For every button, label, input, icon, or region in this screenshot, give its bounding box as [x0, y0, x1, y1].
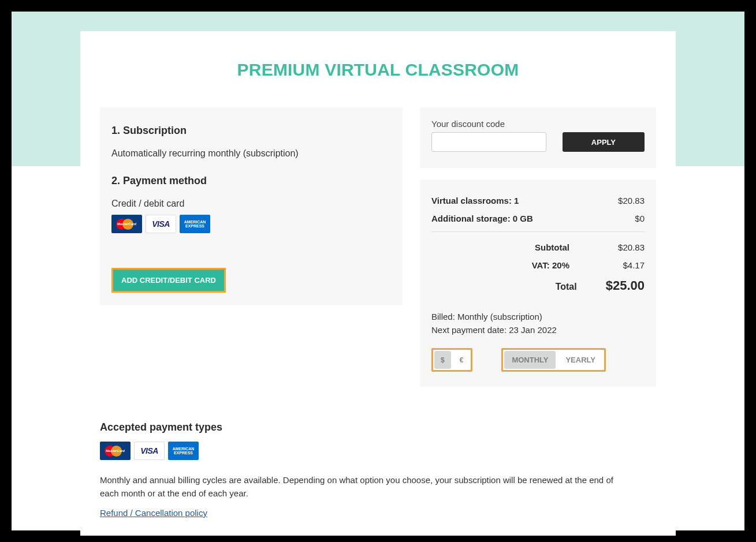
- right-column: Your discount code APPLY Virtual classro…: [420, 107, 656, 387]
- currency-toggle-highlight: $ €: [431, 348, 472, 372]
- storage-price: $0: [635, 214, 645, 223]
- toggle-row: $ € MONTHLY YEARLY: [431, 348, 645, 372]
- footer-section: Accepted payment types MasterCard VISA A…: [100, 421, 656, 518]
- vat-label: VAT: 20%: [532, 260, 569, 270]
- discount-code-input[interactable]: [431, 132, 546, 152]
- cycle-yearly-button[interactable]: YEARLY: [558, 351, 603, 369]
- add-credit-card-button[interactable]: ADD CREDIT/DEBIT CARD: [113, 270, 224, 291]
- vat-line: VAT: 20% $4.17: [431, 260, 645, 270]
- line-classrooms: Virtual classrooms: 1 $20.83: [431, 196, 645, 205]
- visa-icon: VISA: [146, 215, 176, 233]
- billing-cycle-toggle-highlight: MONTHLY YEARLY: [501, 348, 606, 372]
- card-logos: MasterCard VISA AMERICANEXPRESS: [111, 215, 391, 233]
- amex-icon: AMERICANEXPRESS: [168, 442, 199, 460]
- billed-text: Billed: Monthly (subscription): [431, 311, 645, 324]
- total-line: Total $25.00: [431, 278, 645, 293]
- line-storage: Additional storage: 0 GB $0: [431, 214, 645, 223]
- amex-icon: AMERICANEXPRESS: [180, 215, 210, 233]
- payment-method-label: Credit / debit card: [111, 199, 391, 209]
- classrooms-label: Virtual classrooms: 1: [431, 196, 519, 205]
- next-payment-text: Next payment date: 23 Jan 2022: [431, 324, 645, 337]
- subscription-description: Automatically recurring monthly (subscri…: [111, 148, 391, 159]
- mastercard-icon: MasterCard: [100, 442, 131, 460]
- refund-policy-link[interactable]: Refund / Cancellation policy: [100, 508, 207, 518]
- total-label: Total: [556, 282, 577, 292]
- subtotal-value: $20.83: [610, 242, 645, 252]
- subscription-payment-panel: 1. Subscription Automatically recurring …: [100, 107, 403, 305]
- apply-discount-button[interactable]: APPLY: [563, 132, 645, 152]
- main-card: PREMIUM VIRTUAL CLASSROOM 1. Subscriptio…: [80, 31, 676, 536]
- payment-method-step-title: 2. Payment method: [111, 175, 391, 187]
- classrooms-price: $20.83: [618, 196, 645, 205]
- mastercard-icon: MasterCard: [111, 215, 142, 233]
- vat-value: $4.17: [610, 260, 645, 270]
- currency-eur-button[interactable]: €: [453, 351, 470, 369]
- discount-label: Your discount code: [431, 119, 645, 129]
- currency-usd-button[interactable]: $: [434, 351, 451, 369]
- cycle-monthly-button[interactable]: MONTHLY: [504, 351, 556, 369]
- subtotal-line: Subtotal $20.83: [431, 242, 645, 252]
- discount-row: APPLY: [431, 132, 645, 152]
- billing-info: Billed: Monthly (subscription) Next paym…: [431, 311, 645, 337]
- subtotal-label: Subtotal: [535, 242, 569, 252]
- add-card-highlight: ADD CREDIT/DEBIT CARD: [111, 268, 226, 293]
- total-value: $25.00: [606, 278, 645, 293]
- footer-card-logos: MasterCard VISA AMERICANEXPRESS: [100, 442, 656, 460]
- page-title: PREMIUM VIRTUAL CLASSROOM: [100, 60, 656, 80]
- subscription-step-title: 1. Subscription: [111, 125, 391, 137]
- page-background: PREMIUM VIRTUAL CLASSROOM 1. Subscriptio…: [12, 12, 744, 530]
- discount-panel: Your discount code APPLY: [420, 107, 656, 168]
- visa-icon: VISA: [134, 442, 165, 460]
- accepted-payment-title: Accepted payment types: [100, 421, 656, 433]
- billing-cycle-note: Monthly and annual billing cycles are av…: [100, 474, 631, 500]
- left-column: 1. Subscription Automatically recurring …: [100, 107, 403, 305]
- summary-divider: [431, 231, 645, 232]
- order-summary-panel: Virtual classrooms: 1 $20.83 Additional …: [420, 180, 656, 387]
- columns: 1. Subscription Automatically recurring …: [100, 107, 656, 387]
- storage-label: Additional storage: 0 GB: [431, 214, 533, 223]
